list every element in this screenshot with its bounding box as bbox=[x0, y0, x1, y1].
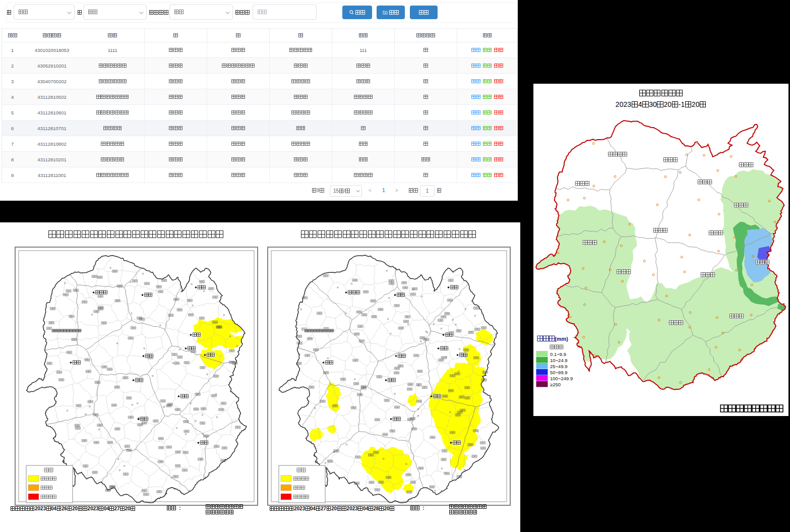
svg-text:25~49.9: 25~49.9 bbox=[550, 364, 568, 369]
svg-text:100~249.9: 100~249.9 bbox=[550, 376, 573, 381]
svg-text:50~99.9: 50~99.9 bbox=[550, 370, 568, 375]
svg-text:0.1~9.9: 0.1~9.9 bbox=[550, 351, 566, 357]
svg-text:10~24.9: 10~24.9 bbox=[550, 358, 568, 363]
svg-text:(mm): (mm) bbox=[555, 336, 568, 342]
svg-text:≥250: ≥250 bbox=[550, 382, 561, 387]
